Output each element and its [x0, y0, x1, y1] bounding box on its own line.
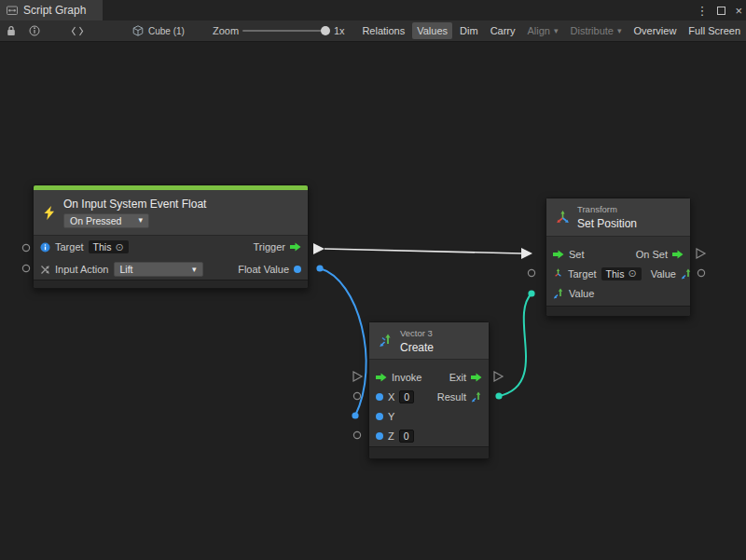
zoom-label: Zoom	[213, 20, 239, 41]
row-input-action-float-value: Input Action Lift ▾ Float Value	[34, 258, 308, 280]
trigger-output-port[interactable]	[290, 242, 301, 252]
y-label: Y	[388, 411, 394, 422]
close-icon[interactable]: ×	[735, 4, 742, 18]
node-transform-set-position[interactable]: Transform Set Position Set On Set	[546, 198, 691, 317]
y-input-port[interactable]	[376, 413, 383, 420]
lightning-icon	[43, 206, 56, 220]
flow-wire-end-arrow	[521, 248, 532, 259]
values-button[interactable]: Values	[412, 22, 452, 39]
set-label: Set	[569, 249, 585, 260]
ext-port-value-out	[698, 269, 704, 276]
tab-label: Script Graph	[23, 4, 86, 17]
transform-target-icon	[553, 268, 563, 279]
node-footer	[369, 446, 489, 458]
node-title: Set Position	[577, 217, 637, 230]
vector3-icon	[379, 334, 393, 348]
relations-button[interactable]: Relations	[357, 22, 409, 39]
distribute-button[interactable]: Distribute ▾	[566, 22, 627, 39]
target-object-field[interactable]: This ⊙	[89, 240, 129, 253]
invoke-label: Invoke	[392, 372, 421, 383]
flow-wire	[325, 249, 521, 253]
value-output-port[interactable]	[681, 268, 692, 280]
align-button[interactable]: Align ▾	[523, 22, 563, 39]
row-y: Y	[369, 406, 489, 426]
result-wire	[499, 294, 532, 396]
event-mode-dropdown[interactable]: On Pressed ▾	[63, 213, 149, 228]
dim-button[interactable]: Dim	[455, 22, 483, 39]
ext-port-exit	[494, 372, 503, 381]
graph-toolbar: Cube (1) Zoom 1x Relations Values Dim Ca…	[0, 20, 746, 42]
node-footer	[546, 306, 690, 316]
row-x-result: X 0 Result	[369, 387, 489, 406]
lock-icon[interactable]	[7, 20, 16, 41]
chevron-down-icon: ▾	[192, 266, 197, 274]
tab-strip: Script Graph ⋮ ×	[0, 0, 746, 20]
overview-button[interactable]: Overview	[629, 22, 682, 39]
ext-port-invoke	[353, 372, 362, 381]
script-graph-icon	[7, 5, 18, 16]
chevron-down-icon: ▾	[138, 216, 143, 225]
gameobject-icon	[40, 242, 50, 253]
value-input-label: Value	[569, 288, 594, 299]
result-output-port[interactable]	[471, 391, 482, 403]
float-value-label: Float Value	[238, 264, 289, 275]
node-title: On Input System Event Float	[63, 198, 206, 211]
row-set-onset: Set On Set	[546, 244, 690, 264]
on-set-label: On Set	[636, 249, 668, 260]
set-input-port[interactable]	[553, 250, 564, 259]
zoom-slider-handle[interactable]	[321, 26, 330, 35]
chevron-down-icon: ▾	[617, 27, 622, 35]
exit-output-port[interactable]	[471, 373, 482, 382]
flow-wire-start-arrow	[313, 243, 325, 254]
value-output-label: Value	[651, 268, 676, 280]
trigger-label: Trigger	[254, 241, 285, 253]
transform-icon	[556, 211, 570, 225]
info-icon[interactable]	[29, 20, 40, 41]
graph-canvas[interactable]: On Input System Event Float On Pressed ▾…	[0, 42, 746, 560]
zoom-slider-track[interactable]	[242, 30, 328, 32]
tab-script-graph[interactable]: Script Graph	[0, 0, 103, 20]
node-vector3-create[interactable]: Vector 3 Create Invoke Exit X 0	[368, 321, 490, 459]
float-value-output-port[interactable]	[294, 266, 301, 273]
cube-icon	[132, 25, 144, 36]
chevron-down-icon: ▾	[554, 27, 559, 35]
x-value-field[interactable]: 0	[399, 390, 414, 403]
fullscreen-button[interactable]: Full Screen	[684, 22, 745, 39]
object-picker-icon: ⊙	[628, 268, 636, 279]
node-footer	[34, 280, 308, 288]
graph-target-label: Cube (1)	[148, 26, 185, 36]
ext-port-target	[22, 244, 29, 251]
carry-button[interactable]: Carry	[486, 22, 520, 39]
z-value-field[interactable]: 0	[399, 430, 414, 443]
invoke-input-port[interactable]	[376, 373, 387, 382]
input-action-dropdown[interactable]: Lift ▾	[114, 262, 203, 277]
target-object-field[interactable]: This ⊙	[601, 267, 642, 280]
row-target-trigger: Target This ⊙ Trigger	[34, 236, 308, 258]
x-input-port[interactable]	[376, 393, 383, 401]
graph-target[interactable]: Cube (1)	[132, 20, 185, 41]
row-target-value: Target This ⊙ Value	[546, 264, 690, 283]
z-input-port[interactable]	[376, 432, 383, 440]
input-action-label: Input Action	[55, 264, 109, 275]
target-label: Target	[568, 268, 597, 280]
code-icon[interactable]	[71, 20, 84, 41]
zoom-value: 1x	[334, 20, 345, 41]
ext-port-on-set	[697, 249, 705, 258]
value-input-port[interactable]	[553, 288, 564, 299]
row-z: Z 0	[369, 426, 489, 445]
window-menu-icon[interactable]: ⋮	[696, 4, 708, 18]
on-set-output-port[interactable]	[672, 250, 684, 259]
maximize-icon[interactable]	[717, 7, 725, 15]
ext-port-z	[353, 431, 360, 438]
node-type-label: Transform	[577, 204, 637, 214]
row-value-input: Value	[546, 283, 690, 303]
result-label: Result	[437, 391, 466, 403]
ext-port-transform-target	[528, 269, 534, 276]
z-label: Z	[388, 430, 394, 442]
node-title: Create	[400, 341, 434, 354]
ext-port-x	[353, 392, 360, 399]
node-on-input-system-event-float[interactable]: On Input System Event Float On Pressed ▾…	[33, 184, 309, 289]
target-label: Target	[55, 241, 84, 253]
object-picker-icon: ⊙	[115, 242, 123, 253]
exit-label: Exit	[449, 372, 466, 383]
